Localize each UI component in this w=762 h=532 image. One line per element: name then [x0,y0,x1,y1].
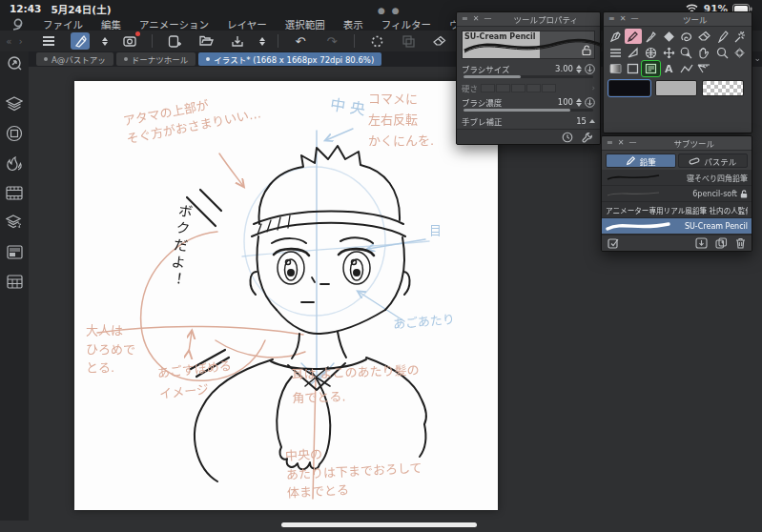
multitask-dots[interactable]: ● ● [378,6,402,15]
tool-object-icon[interactable] [678,45,696,60]
processing-icon[interactable] [367,32,386,50]
subtool-header[interactable]: ≡ ✕ — サブツール [602,136,752,151]
timeline-icon[interactable] [6,184,23,201]
tool-panel-header[interactable]: ≡ ✕ — ツール [604,12,752,27]
panel-collapse-chevron[interactable]: ⌄ [753,53,761,63]
tab-bust-up[interactable]: A@バストアッ [36,52,113,66]
panel-menu-icon[interactable]: ≡ [608,15,615,23]
tool-operation-icon[interactable] [607,45,625,60]
tool-text-icon[interactable]: A [660,61,678,76]
tool-frame-icon[interactable] [625,61,643,76]
current-tool-button[interactable] [71,32,90,50]
transparent-color-swatch[interactable] [702,80,744,96]
tool-gradient-mesh-icon[interactable] [731,45,749,60]
panel-close-icon[interactable]: ✕ [473,15,480,23]
menu-view[interactable]: 表示 [343,17,363,31]
home-indicator[interactable] [281,522,477,527]
brush-materials-icon[interactable] [6,154,23,172]
tool-panel-frame-icon-selected[interactable] [642,61,660,76]
layer-search-icon[interactable] [6,214,23,231]
drawing-canvas[interactable]: アタマの上部が そぐ方がおさまりいい… 中央 コマメに 左右反転 かくにんを. … [74,81,498,510]
stabilization-value[interactable]: 15 [576,116,587,126]
brush-size-value[interactable]: 3.00 [555,64,573,73]
menu-animation[interactable]: アニメーション [139,17,209,31]
sub-color-swatch[interactable] [655,80,697,96]
main-menu-icon[interactable] [39,32,58,50]
quick-zoom-icon[interactable] [6,54,23,72]
panel-menu-icon[interactable]: ≡ [607,139,613,147]
subtool-item-selected[interactable]: SU-Cream Pencil [602,218,752,235]
subtool-item[interactable]: 6pencil-soft [602,186,752,202]
panel-minimize-icon[interactable]: — [628,139,636,147]
tool-switch-stepper[interactable] [102,37,108,46]
panel-minimize-icon[interactable]: — [484,15,491,23]
tool-airbrush-icon[interactable] [660,29,678,44]
tool-move-icon[interactable] [660,45,678,60]
wrench-settings-icon[interactable] [582,132,593,143]
undo-button[interactable]: ↶ [291,32,310,50]
duplicate-subtool-icon[interactable] [715,237,728,249]
tool-decoration-icon[interactable] [678,29,696,44]
tool-liquify-icon[interactable] [642,45,660,60]
tool-figure-icon[interactable] [625,45,643,60]
menu-filter[interactable]: フィルター [381,17,431,31]
tab-illust-active[interactable]: イラスト* (1668 x 1668px 72dpi 80.6%) [198,52,381,66]
menu-selection[interactable]: 選択範囲 [285,17,325,31]
tool-eraser-icon[interactable] [695,29,713,44]
hardness-expand-icon[interactable]: › [591,83,595,92]
density-stepper[interactable] [576,98,582,107]
brush-size-slider[interactable] [463,75,593,78]
save-button[interactable] [228,32,247,50]
navigator-icon[interactable] [6,125,23,142]
collapse-left-icon[interactable]: « › [4,32,27,50]
hardness-segments[interactable] [481,84,588,92]
tool-blend-icon[interactable] [713,29,731,44]
density-dynamics-icon[interactable] [585,97,595,108]
subtool-tab-pencil[interactable]: 鉛筆 [606,153,676,168]
menu-file[interactable]: ファイル [43,17,83,31]
delete-subtool-icon[interactable] [735,237,746,249]
menu-layer[interactable]: レイヤー [227,17,267,31]
subtool-item[interactable]: 寝そべり四角鉛筆 [602,170,752,186]
paste-layers-icon[interactable] [399,32,418,50]
open-file-button[interactable] [196,32,216,50]
clip-studio-logo-icon[interactable] [10,17,25,31]
density-slider[interactable] [463,109,593,112]
subtool-tab-pastel[interactable]: パステル [678,153,749,168]
new-canvas-button[interactable] [165,32,184,50]
panel-minimize-icon[interactable]: — [630,15,638,23]
eraser-button[interactable] [430,32,449,50]
brush-stroke-preview[interactable]: SU-Cream Pencil [462,31,595,59]
import-subtool-icon[interactable] [695,237,708,249]
layer-property-icon[interactable] [6,243,23,260]
tool-ruler-icon[interactable] [695,61,713,76]
layers-icon[interactable] [6,95,23,113]
tool-pen-icon[interactable] [607,29,625,44]
menu-edit[interactable]: 編集 [101,17,121,31]
tab-donut-hole[interactable]: ドーナツホール [116,52,196,66]
tool-polyline-icon[interactable] [678,61,696,76]
brush-size-stepper[interactable] [576,65,582,73]
edit-subtool-icon[interactable] [608,237,620,249]
density-value[interactable]: 100 [558,97,573,107]
tool-magic-wand-icon[interactable] [731,29,749,44]
material-palette-icon[interactable] [6,273,23,290]
main-color-swatch[interactable] [608,80,650,96]
brush-size-dynamics-icon[interactable] [585,64,595,74]
panel-close-icon[interactable]: ✕ [618,139,625,147]
tool-property-header[interactable]: ≡ ✕ — ツールプロパティ [457,12,600,27]
stabilization-stepper[interactable] [589,119,595,123]
panel-menu-icon[interactable]: ≡ [462,15,468,23]
redo-button[interactable]: ↷ [322,32,341,50]
camera-roll-button[interactable] [120,32,139,50]
tool-pencil-icon-selected[interactable] [625,29,643,44]
tool-gradient-icon[interactable] [607,61,625,76]
subtool-item[interactable]: アニメーター専用リアル風鉛筆 社内の人監修 [602,202,752,218]
lock-icon[interactable] [582,45,591,55]
tool-hand-icon[interactable] [695,45,713,60]
save-options-stepper[interactable] [259,37,265,46]
tool-zoom-icon[interactable] [713,45,731,60]
tool-brush-icon[interactable] [642,29,660,44]
panel-close-icon[interactable]: ✕ [620,15,627,23]
reset-settings-icon[interactable] [562,132,573,143]
